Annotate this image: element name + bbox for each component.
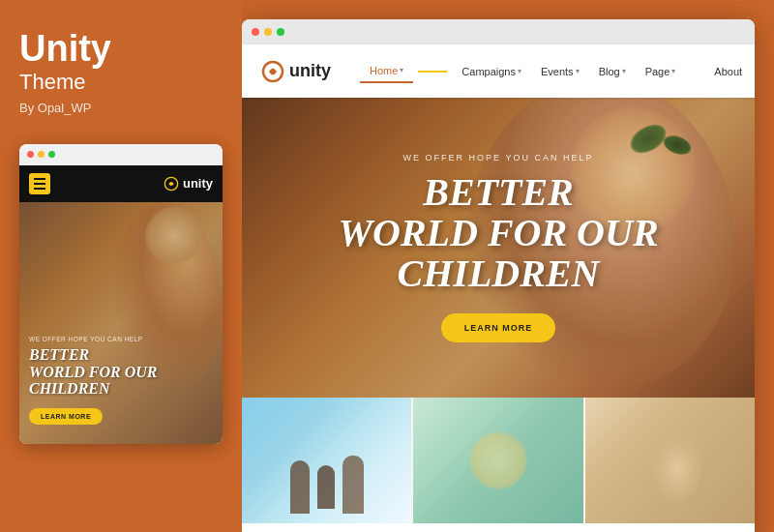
hero-tagline: WE OFFER HOPE YOU CAN HELP — [242, 153, 755, 163]
theme-subtitle: Theme — [19, 70, 223, 95]
theme-title: Unity — [19, 29, 223, 70]
hamburger-icon[interactable] — [29, 173, 50, 194]
nav-link-events[interactable]: Events ▾ — [531, 61, 589, 82]
right-panel: unity Home ▾ Campaigns ▾ Events ▾ Blog ▾… — [242, 19, 755, 532]
dot-yellow — [38, 151, 45, 158]
nav-link-contact[interactable]: Contact — [752, 61, 755, 82]
chevron-down-icon: ▾ — [576, 67, 580, 75]
chevron-down-icon: ▾ — [400, 66, 403, 74]
desktop-unity-logo-icon — [261, 60, 284, 83]
mobile-hero-content: WE OFFER HOPE YOU CAN HELP BETTERWORLD F… — [29, 336, 213, 425]
desktop-nav-links: Home ▾ Campaigns ▾ Events ▾ Blog ▾ Page … — [360, 60, 755, 83]
desktop-browser-bar — [242, 19, 755, 44]
chevron-down-icon: ▾ — [622, 67, 626, 75]
nav-link-page[interactable]: Page ▾ — [636, 61, 686, 82]
dot-green — [48, 151, 55, 158]
chevron-down-icon: ▾ — [518, 67, 521, 75]
nav-link-blog[interactable]: Blog ▾ — [589, 61, 636, 82]
desktop-dot-red — [252, 28, 259, 36]
nav-link-home[interactable]: Home ▾ — [360, 60, 413, 83]
hero-learn-more-button[interactable]: LEARN MORE — [441, 313, 556, 342]
nav-link-about[interactable]: About — [704, 61, 752, 82]
theme-author: By Opal_WP — [19, 101, 223, 115]
desktop-logo: unity — [261, 60, 331, 83]
desktop-nav: unity Home ▾ Campaigns ▾ Events ▾ Blog ▾… — [242, 44, 755, 98]
card-image-3 — [585, 398, 755, 523]
theme-info: Unity Theme By Opal_WP — [19, 29, 223, 144]
desktop-dot-green — [277, 28, 284, 36]
mobile-nav: unity — [19, 165, 223, 202]
bottom-card-3 — [585, 398, 755, 523]
mobile-tagline: WE OFFER HOPE YOU CAN HELP — [29, 336, 213, 342]
desktop-dot-yellow — [264, 28, 272, 36]
chevron-down-icon: ▾ — [671, 67, 675, 75]
card-image-2 — [413, 398, 582, 523]
mobile-hero: WE OFFER HOPE YOU CAN HELP BETTERWORLD F… — [19, 202, 223, 444]
mobile-preview: unity WE OFFER HOPE YOU CAN HELP BETTERW… — [19, 144, 223, 444]
mobile-learn-more-button[interactable]: LEARN MORE — [29, 408, 103, 425]
card-image-1 — [242, 398, 411, 523]
desktop-hero: WE OFFER HOPE YOU CAN HELP BETTER WORLD … — [242, 98, 755, 398]
bottom-card-1 — [242, 398, 411, 523]
desktop-bottom-cards — [242, 398, 755, 523]
bottom-card-2 — [413, 398, 582, 523]
mobile-logo-text: unity — [183, 176, 213, 191]
mobile-headline: BETTERWORLD FOR OURCHILDREN — [29, 346, 213, 398]
hero-content: WE OFFER HOPE YOU CAN HELP BETTER WORLD … — [242, 153, 755, 342]
dot-red — [27, 151, 34, 158]
mobile-logo: unity — [164, 176, 213, 192]
hero-headline: BETTER WORLD FOR OUR CHILDREN — [242, 172, 755, 294]
unity-logo-icon — [164, 176, 179, 192]
nav-separator — [418, 71, 447, 73]
mobile-browser-bar — [19, 144, 223, 165]
nav-link-campaigns[interactable]: Campaigns ▾ — [452, 61, 531, 82]
desktop-logo-text: unity — [289, 61, 331, 81]
left-panel: Unity Theme By Opal_WP unity — [0, 0, 242, 532]
